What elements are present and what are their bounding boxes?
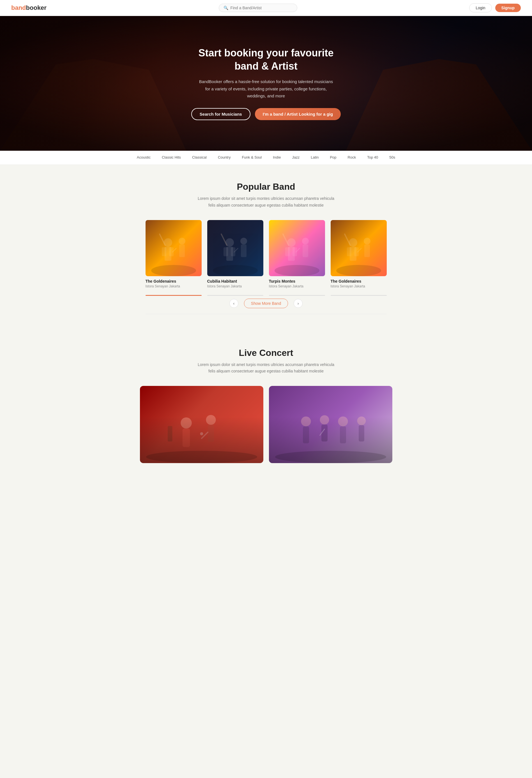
progress-bar-3 <box>269 295 325 296</box>
band-location: Istora Senayan Jakarta <box>146 284 202 288</box>
next-band-arrow[interactable]: › <box>294 299 302 308</box>
band-card[interactable]: Cubilia HabitantIstora Senayan Jakarta <box>207 220 263 288</box>
live-concert-grid <box>140 386 392 463</box>
genre-item-acoustic[interactable]: Acoustic <box>131 151 156 164</box>
nav-actions: Login Signup <box>469 3 521 12</box>
search-icon: 🔍 <box>224 6 228 10</box>
svg-point-27 <box>336 265 381 276</box>
band-card[interactable]: Turpis MontesIstora Senayan Jakarta <box>269 220 325 288</box>
genre-item-funk-&-soul[interactable]: Funk & Soul <box>236 151 267 164</box>
section-divider <box>146 314 387 314</box>
svg-point-5 <box>179 238 185 244</box>
genre-item-country[interactable]: Country <box>212 151 237 164</box>
search-input[interactable] <box>231 6 292 10</box>
logo: bandbooker <box>11 4 47 11</box>
svg-rect-21 <box>285 247 290 256</box>
concert-overlay <box>269 386 392 463</box>
svg-rect-30 <box>347 247 351 256</box>
band-location: Istora Senayan Jakarta <box>269 284 325 288</box>
band-card[interactable]: The GoldenairesIstora Senayan Jakarta <box>146 220 202 288</box>
genre-item-classic-hits[interactable]: Classic Hits <box>156 151 186 164</box>
genre-item-pop[interactable]: Pop <box>324 151 342 164</box>
svg-rect-3 <box>162 247 166 256</box>
band-card-image <box>331 220 387 276</box>
search-bar[interactable]: 🔍 <box>219 4 297 12</box>
band-card-image <box>207 220 263 276</box>
band-navigation: ‹ Show More Band › <box>146 299 387 308</box>
logo-part1: band <box>11 4 26 11</box>
concert-card[interactable] <box>269 386 392 463</box>
hero-title: Start booking your favourite band & Arti… <box>188 47 345 73</box>
hero-section: Start booking your favourite band & Arti… <box>0 16 532 151</box>
genre-item-latin[interactable]: Latin <box>305 151 324 164</box>
progress-bar-row <box>146 295 387 296</box>
genre-item-top-40[interactable]: Top 40 <box>361 151 384 164</box>
svg-rect-33 <box>364 244 370 257</box>
band-card-image <box>146 220 202 276</box>
progress-bar-2 <box>207 295 263 296</box>
concert-overlay <box>140 386 263 463</box>
progress-bar-active <box>146 295 202 296</box>
navbar: bandbooker 🔍 Login Signup <box>0 0 532 16</box>
hero-buttons: Search for Musicians I'm a band / Artist… <box>188 108 345 120</box>
svg-point-14 <box>240 238 247 244</box>
prev-band-arrow[interactable]: ‹ <box>230 299 238 308</box>
login-button[interactable]: Login <box>469 3 492 12</box>
popular-band-title: Popular Band <box>11 181 521 192</box>
band-name: The Goldenaires <box>146 279 202 284</box>
svg-line-17 <box>221 234 227 245</box>
svg-rect-24 <box>302 244 308 257</box>
band-name: Cubilia Habitant <box>207 279 263 284</box>
band-name: Turpis Montes <box>269 279 325 284</box>
svg-rect-6 <box>179 244 185 257</box>
concert-card[interactable] <box>140 386 263 463</box>
show-more-band-button[interactable]: Show More Band <box>244 299 288 308</box>
genre-item-classical[interactable]: Classical <box>186 151 212 164</box>
svg-point-9 <box>213 265 258 276</box>
svg-rect-12 <box>224 247 228 256</box>
popular-band-subtitle: Lorem ipsum dolor sit amet turpis montes… <box>196 196 336 209</box>
band-card-image <box>269 220 325 276</box>
svg-point-18 <box>275 265 320 276</box>
hero-content: Start booking your favourite band & Arti… <box>182 41 350 126</box>
svg-line-35 <box>345 234 350 245</box>
svg-rect-15 <box>241 244 247 257</box>
signup-button[interactable]: Signup <box>495 4 521 12</box>
live-concert-section: Live Concert Lorem ipsum dolor sit amet … <box>0 331 532 463</box>
band-location: Istora Senayan Jakarta <box>207 284 263 288</box>
genre-item-indie[interactable]: Indie <box>267 151 286 164</box>
hero-subtitle: BandBooker offers a hassle-free solution… <box>199 78 334 100</box>
popular-band-section: Popular Band Lorem ipsum dolor sit amet … <box>0 165 532 331</box>
genre-item-rock[interactable]: Rock <box>342 151 362 164</box>
logo-part2: booker <box>26 4 47 11</box>
svg-point-32 <box>364 238 370 244</box>
band-grid: The GoldenairesIstora Senayan Jakarta Cu… <box>146 220 387 288</box>
live-concert-subtitle: Lorem ipsum dolor sit amet turpis montes… <box>196 362 336 375</box>
svg-point-23 <box>302 238 309 244</box>
genre-navigation: AcousticClassic HitsClassicalCountryFunk… <box>0 151 532 165</box>
genre-item-jazz[interactable]: Jazz <box>286 151 305 164</box>
band-card[interactable]: The GoldenairesIstora Senayan Jakarta <box>331 220 387 288</box>
live-concert-title: Live Concert <box>11 348 521 358</box>
band-artist-button[interactable]: I'm a band / Artist Looking for a gig <box>255 108 341 120</box>
band-location: Istora Senayan Jakarta <box>331 284 387 288</box>
svg-line-26 <box>283 234 288 245</box>
genre-item-50s[interactable]: 50s <box>384 151 401 164</box>
search-musicians-button[interactable]: Search for Musicians <box>191 108 250 120</box>
band-name: The Goldenaires <box>331 279 387 284</box>
progress-bar-4 <box>331 295 387 296</box>
svg-line-8 <box>160 234 165 245</box>
svg-point-0 <box>151 265 196 276</box>
